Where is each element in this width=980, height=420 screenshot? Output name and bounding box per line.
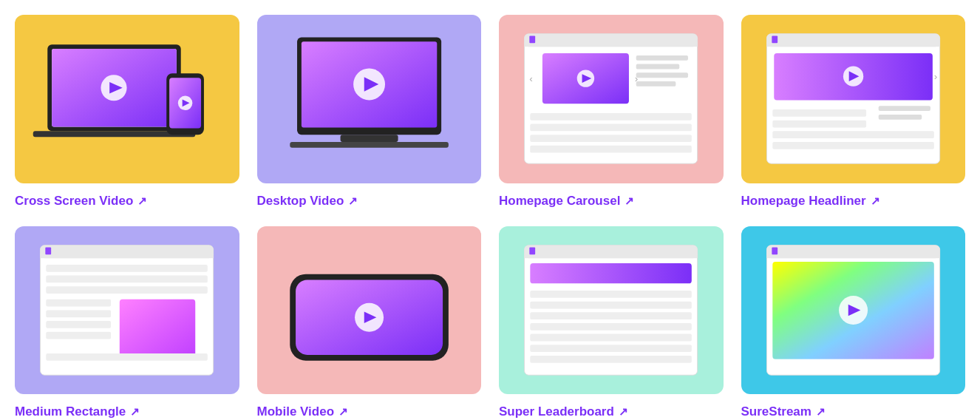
svg-rect-42 <box>878 115 922 120</box>
svg-rect-72 <box>530 323 692 331</box>
thumb-homepage-carousel: ‹ › <box>510 23 712 175</box>
card-homepage-carousel[interactable]: ‹ › Homepage <box>499 15 724 209</box>
svg-rect-30 <box>530 124 692 132</box>
thumb-super-leaderboard <box>510 234 712 386</box>
thumb-cross-screen-video <box>26 23 228 175</box>
card-medium-rectangle[interactable]: Medium Rectangle ↗ <box>15 226 239 420</box>
thumb-mobile-video <box>268 234 470 386</box>
card-image-medium-rectangle <box>15 226 239 395</box>
label-text: Desktop Video <box>257 194 344 209</box>
label-text: Super Leaderboard <box>499 404 614 419</box>
svg-rect-69 <box>530 291 692 298</box>
svg-rect-27 <box>636 73 688 78</box>
svg-rect-56 <box>46 310 111 317</box>
svg-rect-71 <box>530 312 692 319</box>
label-text: Medium Rectangle <box>15 404 126 419</box>
svg-rect-50 <box>46 248 52 255</box>
external-link-icon: ↗ <box>619 405 628 419</box>
ad-format-grid: Cross Screen Video ↗ Des <box>15 15 965 419</box>
svg-rect-14 <box>340 135 398 143</box>
svg-rect-73 <box>530 334 692 342</box>
card-cross-screen-video[interactable]: Cross Screen Video ↗ <box>15 15 239 209</box>
svg-rect-83 <box>772 359 934 370</box>
svg-rect-41 <box>878 106 930 112</box>
svg-rect-79 <box>772 248 777 255</box>
label-text: SureStream <box>741 404 811 419</box>
svg-rect-26 <box>636 64 680 70</box>
card-super-leaderboard[interactable]: Super Leaderboard ↗ <box>499 226 724 420</box>
card-label-cross-screen-video[interactable]: Cross Screen Video ↗ <box>15 194 239 209</box>
svg-rect-78 <box>766 254 939 258</box>
external-link-icon: ↗ <box>137 194 147 208</box>
svg-rect-58 <box>46 332 111 339</box>
svg-rect-52 <box>46 276 208 283</box>
svg-rect-28 <box>636 81 676 87</box>
card-image-cross-screen-video <box>15 15 239 183</box>
label-text: Cross Screen Video <box>15 194 133 209</box>
svg-rect-25 <box>636 55 688 61</box>
svg-rect-19 <box>530 36 536 44</box>
card-surestream[interactable]: SureStream ↗ <box>741 226 966 420</box>
svg-rect-53 <box>46 286 208 294</box>
svg-rect-59 <box>46 353 208 361</box>
label-text: Mobile Video <box>257 404 335 419</box>
card-label-super-leaderboard[interactable]: Super Leaderboard ↗ <box>499 404 724 419</box>
card-label-mobile-video[interactable]: Mobile Video ↗ <box>257 404 482 419</box>
external-link-icon: ↗ <box>130 405 140 419</box>
svg-rect-15 <box>290 142 449 148</box>
svg-rect-68 <box>530 263 692 283</box>
card-label-homepage-headliner[interactable]: Homepage Headliner ↗ <box>741 194 966 209</box>
svg-rect-46 <box>772 142 934 149</box>
label-text: Homepage Carousel <box>499 194 620 209</box>
card-image-super-leaderboard <box>499 226 724 395</box>
card-image-surestream <box>741 226 966 395</box>
svg-rect-36 <box>772 36 777 44</box>
svg-rect-44 <box>772 121 866 128</box>
thumb-surestream <box>752 234 954 386</box>
external-link-icon: ↗ <box>816 405 826 419</box>
external-link-icon: ↗ <box>625 194 634 208</box>
card-label-desktop-video[interactable]: Desktop Video ↗ <box>257 194 482 209</box>
external-link-icon: ↗ <box>348 194 358 208</box>
svg-rect-51 <box>46 265 208 272</box>
svg-rect-29 <box>530 113 692 121</box>
svg-rect-35 <box>766 43 939 47</box>
svg-rect-75 <box>530 356 692 363</box>
svg-rect-67 <box>530 248 536 255</box>
svg-rect-43 <box>772 109 866 117</box>
svg-rect-45 <box>772 132 934 139</box>
svg-rect-18 <box>525 43 698 47</box>
card-label-surestream[interactable]: SureStream ↗ <box>741 404 966 419</box>
svg-text:›: › <box>933 71 937 82</box>
card-image-homepage-headliner: › <box>741 15 966 183</box>
svg-rect-31 <box>530 135 692 143</box>
card-image-mobile-video <box>257 226 482 395</box>
card-homepage-headliner[interactable]: › Homepage Headliner ↗ <box>741 15 966 209</box>
card-image-desktop-video <box>257 15 482 183</box>
svg-rect-66 <box>525 254 698 258</box>
label-text: Homepage Headliner <box>741 194 866 209</box>
external-link-icon: ↗ <box>871 194 880 208</box>
svg-rect-49 <box>41 254 214 258</box>
svg-rect-74 <box>530 345 692 352</box>
svg-rect-32 <box>530 146 692 153</box>
svg-rect-70 <box>530 302 692 309</box>
thumb-homepage-headliner: › <box>752 23 954 175</box>
svg-rect-57 <box>46 321 111 328</box>
thumb-medium-rectangle <box>26 234 228 386</box>
card-desktop-video[interactable]: Desktop Video ↗ <box>257 15 482 209</box>
card-label-homepage-carousel[interactable]: Homepage Carousel ↗ <box>499 194 724 209</box>
card-label-medium-rectangle[interactable]: Medium Rectangle ↗ <box>15 404 239 419</box>
card-image-homepage-carousel: ‹ › <box>499 15 724 183</box>
external-link-icon: ↗ <box>338 405 348 419</box>
card-mobile-video[interactable]: Mobile Video ↗ <box>257 226 482 420</box>
svg-rect-55 <box>46 299 111 307</box>
thumb-desktop-video <box>268 23 470 175</box>
svg-rect-54 <box>120 299 195 357</box>
svg-text:‹: ‹ <box>530 73 534 84</box>
